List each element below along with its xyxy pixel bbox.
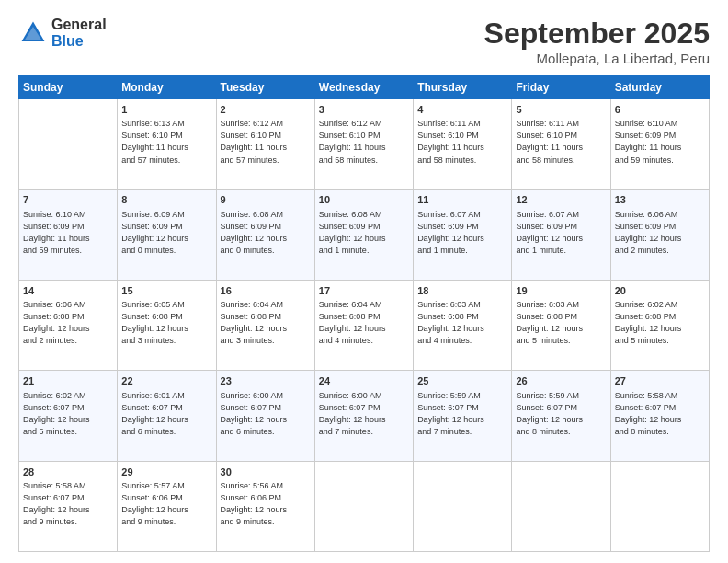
table-row: 16Sunrise: 6:04 AM Sunset: 6:08 PM Dayli… (216, 280, 314, 370)
cell-content: Sunrise: 6:11 AM Sunset: 6:10 PM Dayligh… (516, 118, 606, 166)
day-number: 3 (319, 103, 409, 117)
month-title: September 2025 (484, 17, 710, 51)
table-row: 9Sunrise: 6:08 AM Sunset: 6:09 PM Daylig… (216, 190, 314, 280)
day-number: 16 (221, 284, 311, 298)
cell-content: Sunrise: 6:07 AM Sunset: 6:09 PM Dayligh… (516, 209, 606, 257)
day-number: 6 (615, 103, 705, 117)
day-number: 25 (417, 374, 507, 388)
logo-blue: Blue (51, 33, 107, 50)
day-number: 14 (23, 284, 113, 298)
calendar-table: Sunday Monday Tuesday Wednesday Thursday… (18, 75, 710, 552)
table-row (610, 461, 709, 551)
table-row: 18Sunrise: 6:03 AM Sunset: 6:08 PM Dayli… (414, 280, 512, 370)
location-title: Mollepata, La Libertad, Peru (484, 51, 710, 66)
cell-content: Sunrise: 5:56 AM Sunset: 6:06 PM Dayligh… (221, 480, 311, 528)
table-row: 1Sunrise: 6:13 AM Sunset: 6:10 PM Daylig… (118, 99, 216, 190)
col-saturday: Saturday (610, 76, 709, 99)
table-row (414, 461, 512, 551)
day-number: 9 (221, 193, 311, 207)
day-number: 8 (121, 193, 211, 207)
cell-content: Sunrise: 6:01 AM Sunset: 6:07 PM Dayligh… (121, 390, 211, 438)
calendar-week-4: 21Sunrise: 6:02 AM Sunset: 6:07 PM Dayli… (19, 371, 710, 461)
cell-content: Sunrise: 6:03 AM Sunset: 6:08 PM Dayligh… (516, 299, 606, 347)
logo: General Blue (18, 17, 107, 49)
day-number: 1 (121, 103, 211, 117)
day-number: 5 (516, 103, 606, 117)
day-number: 19 (516, 284, 606, 298)
table-row: 5Sunrise: 6:11 AM Sunset: 6:10 PM Daylig… (512, 99, 610, 190)
day-number: 28 (23, 465, 113, 479)
cell-content: Sunrise: 6:04 AM Sunset: 6:08 PM Dayligh… (319, 299, 409, 347)
day-number: 29 (121, 465, 211, 479)
cell-content: Sunrise: 6:05 AM Sunset: 6:08 PM Dayligh… (121, 299, 211, 347)
cell-content: Sunrise: 6:06 AM Sunset: 6:08 PM Dayligh… (23, 299, 113, 347)
cell-content: Sunrise: 6:04 AM Sunset: 6:08 PM Dayligh… (221, 299, 311, 347)
cell-content: Sunrise: 5:59 AM Sunset: 6:07 PM Dayligh… (516, 390, 606, 438)
day-number: 21 (23, 374, 113, 388)
cell-content: Sunrise: 5:58 AM Sunset: 6:07 PM Dayligh… (615, 390, 705, 438)
table-row: 29Sunrise: 5:57 AM Sunset: 6:06 PM Dayli… (118, 461, 216, 551)
day-number: 10 (319, 193, 409, 207)
cell-content: Sunrise: 6:00 AM Sunset: 6:07 PM Dayligh… (221, 390, 311, 438)
table-row: 15Sunrise: 6:05 AM Sunset: 6:08 PM Dayli… (118, 280, 216, 370)
table-row: 12Sunrise: 6:07 AM Sunset: 6:09 PM Dayli… (512, 190, 610, 280)
col-friday: Friday (512, 76, 610, 99)
cell-content: Sunrise: 5:58 AM Sunset: 6:07 PM Dayligh… (23, 480, 113, 528)
table-row: 24Sunrise: 6:00 AM Sunset: 6:07 PM Dayli… (314, 371, 413, 461)
table-row: 21Sunrise: 6:02 AM Sunset: 6:07 PM Dayli… (19, 371, 118, 461)
table-row: 17Sunrise: 6:04 AM Sunset: 6:08 PM Dayli… (314, 280, 413, 370)
table-row: 30Sunrise: 5:56 AM Sunset: 6:06 PM Dayli… (216, 461, 314, 551)
cell-content: Sunrise: 6:13 AM Sunset: 6:10 PM Dayligh… (121, 118, 211, 166)
table-row: 2Sunrise: 6:12 AM Sunset: 6:10 PM Daylig… (216, 99, 314, 190)
day-number: 18 (417, 284, 507, 298)
day-number: 27 (615, 374, 705, 388)
calendar-week-3: 14Sunrise: 6:06 AM Sunset: 6:08 PM Dayli… (19, 280, 710, 370)
day-number: 30 (221, 465, 311, 479)
table-row (314, 461, 413, 551)
day-number: 24 (319, 374, 409, 388)
col-sunday: Sunday (19, 76, 118, 99)
table-row: 10Sunrise: 6:08 AM Sunset: 6:09 PM Dayli… (314, 190, 413, 280)
table-row: 27Sunrise: 5:58 AM Sunset: 6:07 PM Dayli… (610, 371, 709, 461)
page-header: General Blue September 2025 Mollepata, L… (18, 17, 710, 66)
cell-content: Sunrise: 6:02 AM Sunset: 6:08 PM Dayligh… (615, 299, 705, 347)
logo-icon (18, 18, 48, 48)
table-row: 11Sunrise: 6:07 AM Sunset: 6:09 PM Dayli… (414, 190, 512, 280)
day-number: 7 (23, 193, 113, 207)
cell-content: Sunrise: 6:02 AM Sunset: 6:07 PM Dayligh… (23, 390, 113, 438)
table-row: 13Sunrise: 6:06 AM Sunset: 6:09 PM Dayli… (610, 190, 709, 280)
logo-general: General (51, 17, 107, 33)
table-row: 28Sunrise: 5:58 AM Sunset: 6:07 PM Dayli… (19, 461, 118, 551)
table-row: 26Sunrise: 5:59 AM Sunset: 6:07 PM Dayli… (512, 371, 610, 461)
cell-content: Sunrise: 6:03 AM Sunset: 6:08 PM Dayligh… (417, 299, 507, 347)
day-number: 2 (221, 103, 311, 117)
calendar-header-row: Sunday Monday Tuesday Wednesday Thursday… (19, 76, 710, 99)
table-row (512, 461, 610, 551)
table-row: 14Sunrise: 6:06 AM Sunset: 6:08 PM Dayli… (19, 280, 118, 370)
cell-content: Sunrise: 6:09 AM Sunset: 6:09 PM Dayligh… (121, 209, 211, 257)
col-wednesday: Wednesday (314, 76, 413, 99)
table-row: 23Sunrise: 6:00 AM Sunset: 6:07 PM Dayli… (216, 371, 314, 461)
day-number: 15 (121, 284, 211, 298)
day-number: 4 (417, 103, 507, 117)
cell-content: Sunrise: 6:10 AM Sunset: 6:09 PM Dayligh… (615, 118, 705, 166)
table-row: 20Sunrise: 6:02 AM Sunset: 6:08 PM Dayli… (610, 280, 709, 370)
cell-content: Sunrise: 6:12 AM Sunset: 6:10 PM Dayligh… (221, 118, 311, 166)
table-row: 25Sunrise: 5:59 AM Sunset: 6:07 PM Dayli… (414, 371, 512, 461)
cell-content: Sunrise: 6:00 AM Sunset: 6:07 PM Dayligh… (319, 390, 409, 438)
cell-content: Sunrise: 6:08 AM Sunset: 6:09 PM Dayligh… (221, 209, 311, 257)
table-row: 7Sunrise: 6:10 AM Sunset: 6:09 PM Daylig… (19, 190, 118, 280)
table-row: 4Sunrise: 6:11 AM Sunset: 6:10 PM Daylig… (414, 99, 512, 190)
calendar-week-1: 1Sunrise: 6:13 AM Sunset: 6:10 PM Daylig… (19, 99, 710, 190)
col-tuesday: Tuesday (216, 76, 314, 99)
day-number: 12 (516, 193, 606, 207)
cell-content: Sunrise: 6:12 AM Sunset: 6:10 PM Dayligh… (319, 118, 409, 166)
col-monday: Monday (118, 76, 216, 99)
cell-content: Sunrise: 6:07 AM Sunset: 6:09 PM Dayligh… (417, 209, 507, 257)
day-number: 23 (221, 374, 311, 388)
cell-content: Sunrise: 6:11 AM Sunset: 6:10 PM Dayligh… (417, 118, 507, 166)
day-number: 26 (516, 374, 606, 388)
day-number: 20 (615, 284, 705, 298)
table-row: 8Sunrise: 6:09 AM Sunset: 6:09 PM Daylig… (118, 190, 216, 280)
day-number: 13 (615, 193, 705, 207)
